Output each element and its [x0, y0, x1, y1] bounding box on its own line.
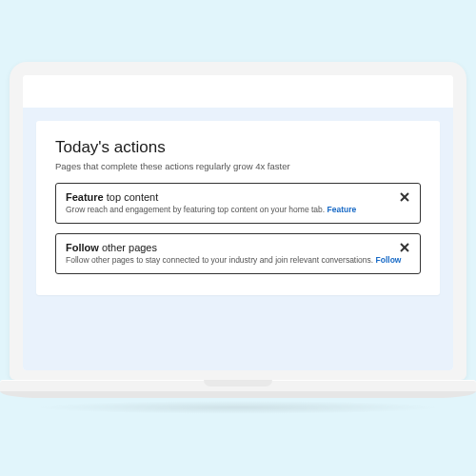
action-title: Feature top content — [66, 191, 410, 203]
action-description: Follow other pages to stay connected to … — [66, 255, 410, 265]
close-icon — [400, 188, 409, 206]
action-item-feature[interactable]: Feature top content Grow reach and engag… — [55, 183, 421, 224]
dismiss-action-button[interactable] — [397, 189, 412, 205]
content-area: Today's actions Pages that complete thes… — [23, 108, 453, 370]
action-title: Follow other pages — [66, 242, 410, 253]
card-title: Today's actions — [55, 138, 421, 157]
laptop-base — [0, 380, 476, 399]
close-icon — [400, 239, 409, 256]
hinge-notch — [204, 380, 272, 387]
action-link-follow[interactable]: Follow — [376, 255, 402, 265]
card-subtitle: Pages that complete these actions regula… — [55, 161, 421, 171]
todays-actions-card: Today's actions Pages that complete thes… — [36, 121, 440, 295]
action-link-feature[interactable]: Feature — [327, 205, 357, 214]
laptop-shadow — [33, 401, 443, 414]
browser-top-bar — [23, 75, 453, 108]
screen-bezel: Today's actions Pages that complete thes… — [10, 62, 466, 380]
dismiss-action-button[interactable] — [397, 240, 412, 255]
screen: Today's actions Pages that complete thes… — [23, 75, 453, 370]
laptop-frame: Today's actions Pages that complete thes… — [10, 62, 466, 414]
action-description: Grow reach and engagement by featuring t… — [66, 205, 410, 214]
action-item-follow[interactable]: Follow other pages Follow other pages to… — [55, 233, 421, 274]
